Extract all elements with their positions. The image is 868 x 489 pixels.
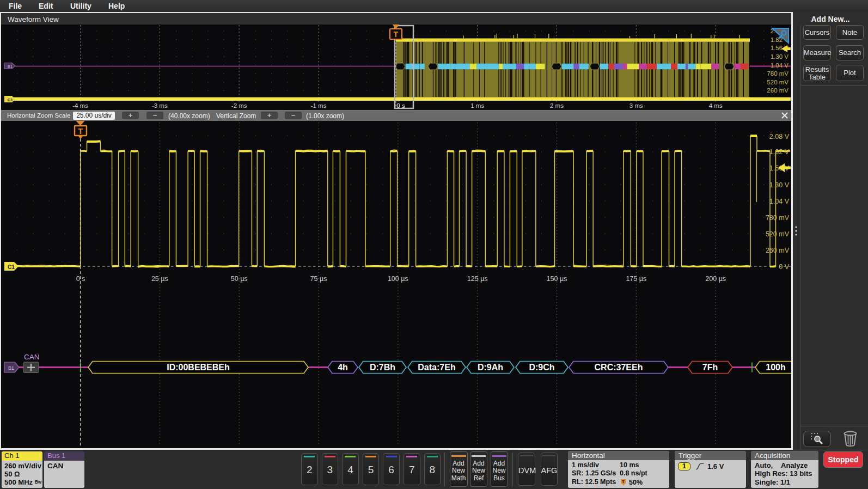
svg-text:1.30 V: 1.30 V <box>771 53 789 60</box>
svg-text:50 µs: 50 µs <box>231 275 248 283</box>
svg-text:T: T <box>78 127 83 136</box>
svg-text:1.04 V: 1.04 V <box>769 198 790 205</box>
svg-text:D:9Ah: D:9Ah <box>478 363 503 372</box>
svg-text:1.30 V: 1.30 V <box>769 181 790 189</box>
svg-text:D:9Ch: D:9Ch <box>529 363 554 372</box>
svg-text:100 µs: 100 µs <box>388 275 408 283</box>
svg-text:780 mV: 780 mV <box>767 70 788 77</box>
svg-text:520 mV: 520 mV <box>767 79 788 85</box>
svg-text:260 mV: 260 mV <box>767 87 788 94</box>
svg-text:1.04 V: 1.04 V <box>771 62 789 69</box>
svg-text:D:7Bh: D:7Bh <box>370 363 395 372</box>
svg-text:150 µs: 150 µs <box>547 275 567 283</box>
svg-text:-3 ms: -3 ms <box>152 102 168 109</box>
svg-text:CAN: CAN <box>24 353 40 361</box>
svg-text:4 ms: 4 ms <box>709 102 723 109</box>
svg-text:100h: 100h <box>766 363 785 372</box>
svg-text:T: T <box>394 30 399 39</box>
svg-text:0 s: 0 s <box>396 102 405 109</box>
svg-text:1 ms: 1 ms <box>470 102 484 109</box>
svg-text:200 µs: 200 µs <box>705 275 726 283</box>
svg-text:1.82 V: 1.82 V <box>769 148 790 156</box>
svg-text:ID:00BEBEBEh: ID:00BEBEBEh <box>167 363 230 372</box>
svg-text:-2 ms: -2 ms <box>231 102 247 109</box>
svg-text:125 µs: 125 µs <box>467 275 488 283</box>
svg-text:75 µs: 75 µs <box>310 275 327 283</box>
svg-text:0 V: 0 V <box>779 263 789 271</box>
svg-text:Data:7Eh: Data:7Eh <box>418 363 455 372</box>
svg-text:0 s: 0 s <box>76 275 85 283</box>
svg-text:175 µs: 175 µs <box>626 275 646 283</box>
svg-text:2.08 V: 2.08 V <box>769 133 790 140</box>
svg-text:-1 ms: -1 ms <box>311 102 327 109</box>
svg-text:CRC:37EEh: CRC:37EEh <box>595 363 643 372</box>
svg-text:520 mV: 520 mV <box>766 230 790 238</box>
svg-text:B1: B1 <box>8 64 13 69</box>
svg-text:260 mV: 260 mV <box>766 247 790 254</box>
svg-text:C1: C1 <box>8 97 14 102</box>
svg-text:780 mV: 780 mV <box>766 214 790 222</box>
svg-text:4h: 4h <box>338 363 348 372</box>
svg-text:2 ms: 2 ms <box>550 102 564 109</box>
svg-text:7Fh: 7Fh <box>702 363 718 372</box>
svg-text:25 µs: 25 µs <box>151 275 168 283</box>
svg-text:3 ms: 3 ms <box>629 102 643 109</box>
svg-text:C1: C1 <box>8 264 15 270</box>
svg-text:B1: B1 <box>8 365 14 371</box>
svg-text:-4 ms: -4 ms <box>72 102 88 109</box>
